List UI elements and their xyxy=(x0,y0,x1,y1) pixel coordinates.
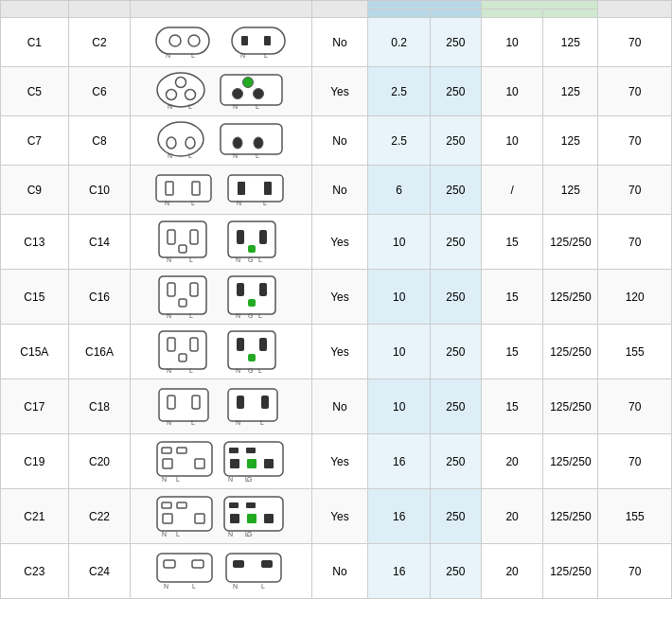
header-na-voltage xyxy=(543,9,598,18)
svg-text:L: L xyxy=(191,52,195,59)
svg-text:N: N xyxy=(168,152,172,159)
intl-voltage-cell: 250 xyxy=(431,166,482,215)
max-pin-temp-cell: 70 xyxy=(598,18,672,67)
header-appliance xyxy=(68,1,131,18)
svg-rect-53 xyxy=(168,283,175,296)
svg-text:N: N xyxy=(166,52,170,59)
na-current-cell: 20 xyxy=(481,434,543,489)
svg-text:N: N xyxy=(168,103,172,110)
svg-rect-103 xyxy=(177,502,186,508)
intl-current-cell: 2.5 xyxy=(368,116,431,166)
svg-point-22 xyxy=(158,122,203,156)
svg-text:N: N xyxy=(233,152,238,159)
na-voltage-cell: 125 xyxy=(543,166,598,215)
svg-text:G: G xyxy=(248,256,253,263)
svg-text:L: L xyxy=(189,312,193,319)
svg-rect-88 xyxy=(163,459,172,468)
earth-cell: No xyxy=(311,379,368,434)
svg-point-24 xyxy=(186,137,195,149)
connector-cell: C7 xyxy=(1,116,69,166)
max-pin-temp-cell: 70 xyxy=(598,544,672,599)
main-table-wrapper: C1C2 N L N L No0.22501012570C5C6 N L N L… xyxy=(0,0,672,599)
na-current-cell: 15 xyxy=(481,325,543,379)
max-pin-temp-cell: 155 xyxy=(598,489,672,544)
intl-current-cell: 16 xyxy=(368,544,431,599)
svg-text:L: L xyxy=(263,200,267,206)
header-earth xyxy=(311,1,368,18)
na-current-cell: 10 xyxy=(481,116,543,166)
svg-rect-76 xyxy=(168,396,175,409)
intl-voltage-cell: 250 xyxy=(431,544,482,599)
svg-rect-82 xyxy=(261,396,269,409)
svg-rect-110 xyxy=(246,502,256,508)
na-current-cell: 15 xyxy=(481,215,543,270)
intl-current-cell: 10 xyxy=(368,215,431,270)
header-config xyxy=(131,1,311,18)
connector-cell: C5 xyxy=(1,67,69,116)
config-cell: N L N L xyxy=(131,116,311,166)
appliance-cell: C2 xyxy=(68,18,131,67)
intl-voltage-cell: 250 xyxy=(431,18,482,67)
max-pin-temp-cell: 155 xyxy=(598,325,672,379)
intl-current-cell: 6 xyxy=(368,166,431,215)
na-voltage-cell: 125/250 xyxy=(543,434,598,489)
svg-rect-81 xyxy=(237,396,244,409)
intl-current-cell: 10 xyxy=(368,379,431,434)
svg-rect-97 xyxy=(247,459,256,468)
svg-text:L: L xyxy=(264,52,268,59)
svg-rect-122 xyxy=(226,554,281,582)
config-cell: N L N L G xyxy=(131,270,311,325)
header-intl-current xyxy=(368,9,431,18)
config-cell: N L N L G xyxy=(131,434,311,489)
svg-rect-70 xyxy=(259,338,267,351)
svg-text:L: L xyxy=(188,103,192,110)
svg-text:L: L xyxy=(256,152,259,159)
svg-rect-93 xyxy=(229,448,239,453)
svg-rect-95 xyxy=(230,459,239,468)
svg-rect-124 xyxy=(261,560,273,568)
svg-text:N: N xyxy=(167,419,171,426)
config-cell: N L N L xyxy=(131,379,311,434)
svg-rect-32 xyxy=(156,175,211,202)
earth-cell: No xyxy=(311,18,368,67)
svg-point-11 xyxy=(167,90,177,100)
connector-cell: C9 xyxy=(1,166,69,215)
max-pin-temp-cell: 70 xyxy=(598,215,672,270)
svg-rect-80 xyxy=(228,389,277,421)
svg-text:L: L xyxy=(176,531,180,537)
svg-rect-5 xyxy=(232,27,285,54)
svg-rect-34 xyxy=(192,182,200,195)
na-current-cell: / xyxy=(481,166,543,215)
earth-cell: Yes xyxy=(311,67,368,116)
appliance-cell: C16A xyxy=(68,325,131,379)
connector-cell: C15 xyxy=(1,270,69,325)
svg-rect-33 xyxy=(166,182,173,195)
svg-point-1 xyxy=(169,35,181,46)
svg-rect-47 xyxy=(237,230,244,244)
svg-point-18 xyxy=(254,89,264,99)
na-voltage-cell: 125/250 xyxy=(543,270,598,325)
header-na-current xyxy=(481,9,543,18)
svg-rect-66 xyxy=(179,354,186,361)
header-max-pin-temp xyxy=(598,1,672,18)
svg-text:N: N xyxy=(167,256,171,263)
svg-rect-43 xyxy=(190,230,198,244)
svg-rect-96 xyxy=(264,459,274,468)
svg-rect-89 xyxy=(195,459,204,468)
intl-current-cell: 16 xyxy=(368,434,431,489)
connector-cell: C23 xyxy=(1,544,69,599)
svg-rect-86 xyxy=(162,448,171,453)
svg-text:N: N xyxy=(167,312,171,319)
earth-cell: No xyxy=(311,116,368,166)
na-current-cell: 15 xyxy=(481,379,543,434)
appliance-cell: C24 xyxy=(68,544,131,599)
svg-text:G: G xyxy=(248,312,253,319)
na-current-cell: 20 xyxy=(481,544,543,599)
svg-text:L: L xyxy=(256,103,259,110)
config-cell: N L N L G xyxy=(131,215,311,270)
svg-point-23 xyxy=(167,137,176,149)
svg-text:G: G xyxy=(247,476,252,483)
svg-text:N: N xyxy=(236,256,240,263)
svg-rect-71 xyxy=(248,354,256,361)
svg-rect-0 xyxy=(156,27,209,54)
